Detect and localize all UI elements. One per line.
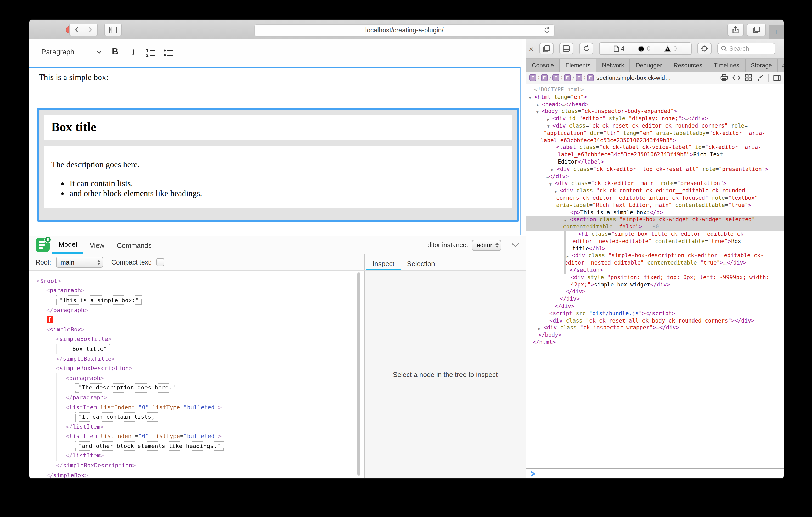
bulleted-list-button[interactable] [163,48,174,58]
breadcrumb-element-badge[interactable]: E [564,74,571,81]
back-button[interactable] [69,24,84,36]
source-line[interactable]: label_e63cbbfece34c53ce23501062343f49b8"… [526,137,784,144]
source-line[interactable]: <div style="position: fixed; top: 0px; l… [526,274,784,281]
source-line[interactable]: <p>This is a simple box:</p> [526,209,784,216]
intro-paragraph[interactable]: This is a simple box: [39,73,520,82]
tab-overflow-button[interactable]: » [778,59,784,71]
model-tree-line[interactable]: [ [29,315,364,325]
model-tree-line[interactable]: </listItem> [29,451,364,460]
breadcrumb-current-node[interactable]: section.simple-box.ck-wid… [597,74,671,81]
source-line[interactable]: 42px;">simple box widget</div> [526,281,784,288]
issues-count[interactable]: 0 [631,45,657,52]
model-tree-line[interactable]: <listItem listIndent="0" listType="bulle… [29,402,364,412]
source-line[interactable]: ▼<div class="ck ck-reset ck-editor ck-ro… [526,122,784,130]
model-tree-line[interactable]: </simpleBoxDescription> [29,461,364,470]
source-line[interactable]: Editor</label> [526,158,784,166]
paragraph-dropdown[interactable]: Paragraph [41,48,74,56]
model-tree-line[interactable]: </listItem> [29,422,364,431]
source-line[interactable]: <script src="dist/bundle.js"></script> [526,310,784,317]
rich-text-editable[interactable]: This is a simple box: Box title The desc… [29,67,521,235]
inspector-tab-model[interactable]: Model [52,236,83,254]
warnings-count[interactable]: 0 [657,45,684,52]
details-sidebar-icon[interactable] [773,74,781,81]
editor-instance-select[interactable]: editor [472,240,501,251]
source-line[interactable]: editor__nested-editable" contenteditable… [526,259,784,267]
source-line[interactable]: ▼<section class="simple-box ck-widget ck… [526,216,784,223]
sidebar-toggle-button[interactable] [104,24,122,36]
source-line[interactable]: ▶<div class="ck-inspector-wrapper">…</di… [526,324,784,332]
source-line[interactable]: ▶<div class="ck ck-editor__top ck-reset_… [526,166,784,173]
source-line[interactable]: </html> [526,339,784,346]
simple-box-description-area[interactable]: The description goes here. It can contai… [45,146,512,208]
source-line[interactable]: ▼<html lang="en"> [526,94,784,101]
breadcrumb-element-badge[interactable]: E [576,74,582,81]
model-tree-line[interactable]: </paragraph> [29,393,364,402]
model-tree-line[interactable]: <simpleBoxTitle> [29,334,364,344]
breadcrumb-element-badge[interactable]: E [529,74,536,81]
devtools-tab-debugger[interactable]: Debugger [630,59,668,71]
inspector-tab-view[interactable]: View [83,236,111,254]
compact-text-checkbox[interactable] [156,258,164,266]
devtools-tab-elements[interactable]: Elements [560,59,597,71]
inspector-tab-selection[interactable]: Selection [401,258,441,270]
share-button[interactable] [727,24,744,36]
simple-box-widget[interactable]: Box title The description goes here. It … [37,108,519,222]
inspector-tab-commands[interactable]: Commands [111,236,158,254]
model-tree-line[interactable]: "Box title" [29,344,364,354]
bold-button[interactable]: B [112,47,118,57]
source-line[interactable]: </body> [526,331,784,339]
source-line[interactable]: ▼<div class="ck ck-editor__main" role="p… [526,180,784,187]
dock-side-button[interactable] [540,43,554,54]
source-line[interactable]: "application" dir="ltr" lang="en" aria-l… [526,130,784,137]
new-tab-button[interactable]: + [768,25,784,39]
numbered-list-button[interactable]: 1 2 [145,48,156,58]
source-line[interactable]: </section> [526,267,784,274]
model-tree-line[interactable]: <listItem listIndent="0" listType="bulle… [29,431,364,441]
model-tree-line[interactable]: </simpleBox> [29,470,364,478]
source-line[interactable]: </div> [526,303,784,310]
source-line[interactable]: title</h1> [526,245,784,252]
italic-button[interactable]: I [132,47,135,58]
root-select[interactable]: main [56,257,103,268]
source-line[interactable]: ▶<head>…</head> [526,101,784,108]
devtools-search-field[interactable]: Search [717,43,775,54]
styles-brush-icon[interactable] [757,74,763,81]
print-icon[interactable] [720,74,728,81]
code-brackets-icon[interactable] [732,75,740,81]
source-line[interactable]: ▼<div class="ck ck-content ck-editor__ed… [526,187,784,194]
model-tree-line[interactable]: <simpleBoxDescription> [29,364,364,373]
close-devtools-button[interactable]: × [529,45,534,53]
model-tree-line[interactable]: "This is a simple box:" [29,295,364,305]
model-tree-line[interactable]: "It can contain lists," [29,412,364,422]
devtools-tab-console[interactable]: Console [526,59,560,71]
document-count[interactable]: 4 [607,45,631,52]
model-tree-line[interactable]: </paragraph> [29,305,364,315]
source-line[interactable]: ▼<body class="ck-inspector-body-expanded… [526,108,784,115]
devtools-tab-network[interactable]: Network [597,59,630,71]
reload-page-button[interactable] [579,43,593,54]
breadcrumb-element-badge[interactable]: E [541,74,548,81]
source-line[interactable]: contenteditable="false"> = $0 [526,223,784,231]
model-tree-line[interactable]: <$root> [29,276,364,286]
inspector-tab-inspect[interactable]: Inspect [366,258,401,270]
element-picker-button[interactable] [697,43,712,54]
source-line[interactable]: <label class="ck ck-label ck-voice-label… [526,144,784,151]
breadcrumb-element-badge[interactable]: E [552,74,559,81]
simple-box-title-area[interactable]: Box title [45,115,512,140]
box-description-paragraph[interactable]: The description goes here. [51,160,512,170]
source-line[interactable]: ▶<div id="editor" style="display: none;"… [526,115,784,122]
devtools-tab-resources[interactable]: Resources [668,59,708,71]
console-prompt-row[interactable] [526,468,784,478]
address-bar[interactable]: localhost/creating-a-plugin/ [254,24,555,36]
list-item[interactable]: and other block elements like headings. [69,188,512,198]
source-line[interactable]: …</div> [526,173,784,180]
devtools-tab-storage[interactable]: Storage [745,59,778,71]
dock-bottom-button[interactable] [559,43,573,54]
source-line[interactable]: label_e63cbbfece34c53ce23501062343f49b8"… [526,151,784,158]
source-line[interactable]: <!DOCTYPE html> [526,86,784,94]
breadcrumb-element-badge[interactable]: E [587,74,594,81]
source-line[interactable]: ▶<div class="simple-box-description ck-e… [526,252,784,260]
tab-overview-button[interactable] [747,24,766,36]
reload-icon[interactable] [544,26,550,34]
model-tree-line[interactable]: <simpleBox> [29,325,364,334]
